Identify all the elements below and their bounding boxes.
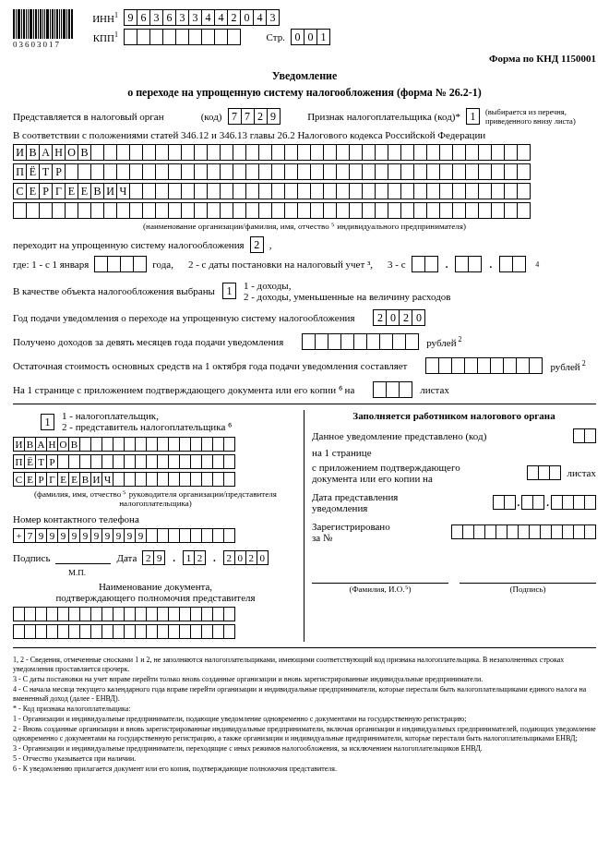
d3: [499, 256, 526, 272]
r-page: на 1 странице: [312, 447, 596, 458]
priznak-hint: (выбирается из перечня, приведенного вни…: [485, 107, 596, 126]
sign-cap: (фамилия, имя, отчество ⁵ руководителя о…: [13, 489, 298, 508]
knd-code: Форма по КНД 1150001: [13, 53, 596, 64]
r-reg2: за №: [312, 532, 390, 543]
obj-label: В качестве объекта налогообложения выбра…: [13, 285, 215, 296]
where3: 3 - с: [388, 259, 406, 270]
barcode-number: 03603017: [13, 40, 74, 49]
r-presented: Данное уведомление представлено (код): [312, 430, 486, 441]
right-title: Заполняется работником налогового органа: [312, 410, 596, 421]
sig-pod: (Подпись): [460, 585, 596, 594]
goda: года,: [152, 259, 173, 270]
where2: 2 - с даты постановки на налоговый учет …: [188, 259, 373, 270]
who1: 1 - налогоплательщик,: [62, 410, 232, 421]
rub1: рублей: [426, 337, 456, 348]
title-2: о переходе на упрощенную систему налогоо…: [13, 86, 596, 100]
rub2: рублей: [550, 361, 579, 372]
accord-text: В соответствии с положениями статей 346.…: [13, 129, 596, 140]
where-year: [94, 256, 147, 272]
date-y: 2020: [223, 550, 269, 565]
presented-label: Представляется в налоговый орган: [13, 111, 164, 122]
date-label: Дата: [116, 552, 137, 563]
rd1: [493, 495, 516, 510]
r-attach-code: [527, 465, 561, 480]
kod-label: (код): [164, 111, 228, 122]
sup4: 4: [535, 260, 539, 269]
d2: [455, 256, 482, 272]
doc-cap1: Наименование документа,: [13, 581, 298, 592]
name-block: ИВАНОВПЁТРСЕРГЕЕВИЧ: [13, 144, 596, 219]
ost-label: Остаточная стоимость основных средств на…: [13, 360, 407, 371]
phone-label: Номер контактного телефона: [13, 513, 298, 524]
d1: [412, 256, 438, 272]
priznak-label: Признак налогоплательщика (код)*: [307, 111, 460, 122]
obj-opt2: 2 - доходы, уменьшенные на величину расх…: [244, 291, 451, 302]
ost-cells: [425, 357, 543, 374]
who-code: 1: [41, 414, 54, 430]
r-date1: Дата представления: [312, 491, 398, 502]
trans-comma: ,: [269, 239, 272, 250]
str-cells: 001: [291, 29, 330, 45]
barcode: 03603017: [13, 9, 74, 49]
title-1: Уведомление: [13, 69, 596, 83]
income-cells: [302, 333, 419, 350]
phone-cells: +79999999999: [13, 528, 298, 543]
name-caption: (наименование организации/фамилия, имя, …: [13, 222, 596, 231]
sign-label: Подпись: [13, 552, 50, 563]
inn-cells: 963633442043: [124, 9, 280, 26]
year-label: Год подачи уведомления о переходе на упр…: [13, 312, 354, 323]
r-attach1: с приложением подтверждающего: [312, 462, 460, 473]
who2: 2 - представитель налогоплательщика ⁶: [62, 421, 232, 433]
str-label: Стр.: [241, 31, 291, 42]
sig-fio: (Фамилия, И.О.⁵): [312, 585, 448, 594]
r-date2: уведомления: [312, 502, 398, 513]
mp: М.П.: [68, 568, 298, 577]
r-reg-code: [451, 524, 596, 539]
date-d: 29: [142, 550, 165, 565]
tax-code-cells: 7729: [228, 108, 281, 125]
trans-label: переходит на упрощенную систему налогооб…: [13, 239, 245, 250]
income-label: Получено доходов за девять месяцев года …: [13, 336, 283, 347]
kpp-cells: [124, 29, 241, 45]
r-listah: листах: [567, 467, 596, 478]
r-pres-code: [573, 428, 596, 443]
doc-cap2: подтверждающего полномочия представителя: [13, 592, 298, 603]
rd3: [551, 495, 596, 510]
trans-code: 2: [250, 236, 264, 253]
listah: листах: [420, 384, 449, 395]
year-cells: 2020: [373, 309, 425, 326]
doc-block: [13, 607, 298, 639]
attach-label: На 1 странице с приложением подтверждающ…: [13, 384, 354, 396]
r-attach2: документа или его копии на: [312, 473, 460, 484]
obj-code: 1: [222, 283, 236, 299]
r-reg1: Зарегистрировано: [312, 521, 390, 532]
sign-name-block: ИВАНОВПЁТРСЕРГЕЕВИЧ: [13, 437, 298, 487]
obj-opt1: 1 - доходы,: [244, 280, 451, 291]
attach-cells: [373, 381, 412, 398]
date-m: 12: [183, 550, 206, 565]
rd2: [521, 495, 544, 510]
inn-label: ИНН: [92, 13, 114, 24]
footnotes: 1, 2 - Сведения, отмеченные сносками 1 и…: [13, 656, 596, 774]
priznak-cells: 1: [466, 108, 480, 125]
where1: где: 1 - с 1 января: [13, 259, 89, 270]
kpp-label: КПП: [93, 32, 114, 43]
